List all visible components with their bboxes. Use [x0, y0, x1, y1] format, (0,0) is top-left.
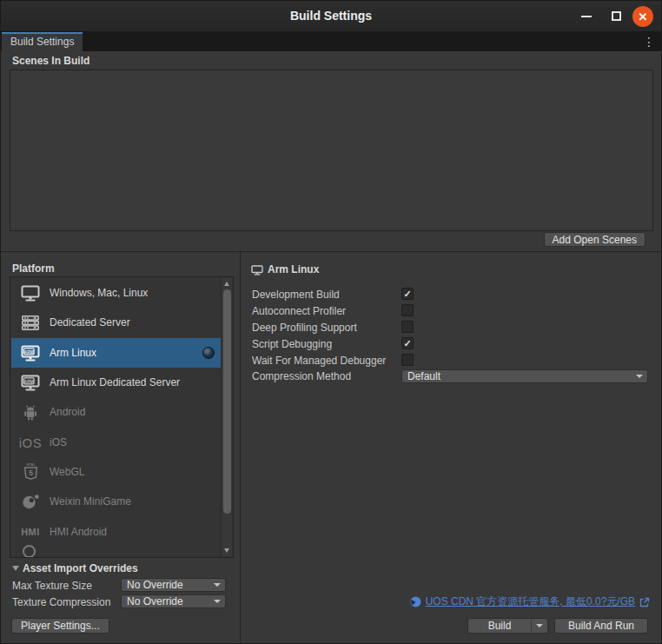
- texture-compression-dropdown[interactable]: No Override: [121, 594, 226, 608]
- platform-item-weixin-minigame[interactable]: Weixin MiniGame: [11, 487, 222, 516]
- dropdown-value: No Override: [127, 579, 183, 591]
- svg-text:ARM: ARM: [24, 349, 34, 354]
- android-icon: [11, 404, 50, 421]
- platform-item-arm-linux[interactable]: ARM Arm Linux: [11, 338, 222, 368]
- platform-item-label: HMI Android: [50, 526, 107, 538]
- autoconnect-profiler-checkbox[interactable]: [401, 304, 414, 316]
- platform-item-label: Windows, Mac, Linux: [50, 287, 148, 299]
- hmi-icon: HMI: [11, 527, 50, 537]
- svg-text:ARM: ARM: [24, 379, 34, 383]
- deep-profiling-support-checkbox[interactable]: [401, 321, 414, 333]
- build-and-run-button[interactable]: Build And Run: [554, 618, 648, 634]
- platform-item-label: Dedicated Server: [50, 316, 130, 329]
- uos-logo-icon: [410, 596, 421, 607]
- chevron-down-icon: [536, 624, 543, 627]
- platform-item-label: Android: [50, 406, 85, 418]
- scroll-down-icon[interactable]: [224, 548, 229, 553]
- platform-item-android[interactable]: Android: [11, 397, 222, 427]
- arm-monitor-icon: ARM: [11, 345, 50, 362]
- scenes-in-build-header: Scenes In Build: [12, 55, 89, 67]
- tab-bar: Build Settings ⋮: [1, 32, 661, 51]
- player-settings-button[interactable]: Player Settings...: [11, 618, 109, 634]
- platform-item-windows-mac-linux[interactable]: Windows, Mac, Linux: [11, 278, 222, 308]
- chevron-down-icon: [214, 600, 221, 603]
- unity-logo-badge-icon: [202, 347, 215, 359]
- build-button[interactable]: Build: [468, 620, 532, 632]
- horizontal-divider: [1, 251, 661, 252]
- kebab-menu-icon[interactable]: ⋮: [643, 35, 655, 49]
- arm-monitor-icon: ARM: [11, 375, 50, 391]
- titlebar: Build Settings ✕: [1, 1, 661, 32]
- platform-item-arm-linux-dedicated-server[interactable]: ARM Arm Linux Dedicated Server: [11, 368, 222, 397]
- max-texture-size-label: Max Texture Size: [12, 580, 92, 592]
- development-build-checkbox[interactable]: ✓: [401, 288, 414, 300]
- scroll-up-icon[interactable]: [224, 282, 229, 286]
- wait-for-managed-debugger-label: Wait For Managed Debugger: [252, 355, 386, 367]
- platform-item-label: Weixin MiniGame: [50, 495, 131, 508]
- wait-for-managed-debugger-checkbox[interactable]: [401, 354, 414, 366]
- build-split-button: Build: [467, 618, 548, 634]
- platform-item-partial-icon: [23, 545, 36, 558]
- platform-item-label: iOS: [50, 436, 67, 448]
- weixin-minigame-icon: [11, 494, 50, 509]
- ios-icon: iOS: [11, 435, 50, 450]
- build-dropdown-button[interactable]: [532, 624, 547, 627]
- desktop-monitor-icon: [11, 285, 50, 302]
- platform-item-ios[interactable]: iOS iOS: [11, 428, 222, 457]
- selected-platform-header: Arm Linux: [268, 263, 319, 276]
- tab-build-settings[interactable]: Build Settings: [2, 32, 83, 51]
- platform-header: Platform: [12, 262, 55, 275]
- dropdown-value: No Override: [127, 595, 183, 607]
- asset-import-overrides-header: Asset Import Overrides: [23, 562, 138, 574]
- autoconnect-profiler-label: Autoconnect Profiler: [252, 305, 346, 317]
- deep-profiling-support-label: Deep Profiling Support: [252, 322, 357, 334]
- vertical-divider: [240, 252, 241, 643]
- chevron-down-icon: [214, 583, 221, 587]
- script-debugging-label: Script Debugging: [252, 338, 332, 350]
- platform-item-label: WebGL: [50, 466, 84, 478]
- window-title: Build Settings: [1, 9, 661, 23]
- svg-text:HTML: HTML: [26, 463, 36, 467]
- monitor-icon: [251, 265, 263, 276]
- add-open-scenes-button[interactable]: Add Open Scenes: [544, 232, 645, 247]
- html5-icon: HTML 5: [11, 463, 50, 481]
- platform-item-dedicated-server[interactable]: Dedicated Server: [11, 308, 222, 337]
- chevron-down-icon: [636, 375, 643, 378]
- texture-compression-label: Texture Compression: [12, 596, 110, 608]
- scrollbar-thumb[interactable]: [223, 289, 231, 514]
- max-texture-size-dropdown[interactable]: No Override: [121, 578, 226, 592]
- platform-item-label: Arm Linux: [50, 347, 96, 359]
- platform-item-hmi-android[interactable]: HMI HMI Android: [11, 517, 222, 547]
- foldout-triangle-icon[interactable]: [12, 566, 19, 571]
- scenes-list[interactable]: [10, 70, 653, 231]
- uos-cdn-row: UOS CDN 官方资源托管服务, 最低0.0?元/GB: [410, 595, 650, 608]
- script-debugging-checkbox[interactable]: ✓: [401, 337, 414, 349]
- server-icon: [11, 315, 50, 330]
- compression-method-dropdown[interactable]: Default: [401, 369, 648, 383]
- compression-method-label: Compression Method: [252, 370, 351, 382]
- build-settings-window: Build Settings ✕ Build Settings ⋮ Scenes…: [0, 0, 662, 644]
- maximize-icon[interactable]: [612, 11, 621, 21]
- platform-scrollbar[interactable]: [221, 278, 232, 556]
- external-link-icon[interactable]: [639, 597, 650, 607]
- development-build-label: Development Build: [252, 289, 340, 301]
- minimize-icon[interactable]: [581, 16, 592, 17]
- close-icon[interactable]: ✕: [632, 6, 653, 27]
- platform-list: Windows, Mac, Linux Dedicated Server ARM…: [10, 276, 234, 558]
- dropdown-value: Default: [407, 370, 440, 382]
- platform-item-webgl[interactable]: HTML 5 WebGL: [11, 457, 222, 487]
- svg-text:5: 5: [29, 468, 33, 477]
- uos-cdn-link[interactable]: UOS CDN 官方资源托管服务, 最低0.0?元/GB: [426, 594, 635, 609]
- platform-item-label: Arm Linux Dedicated Server: [50, 376, 180, 388]
